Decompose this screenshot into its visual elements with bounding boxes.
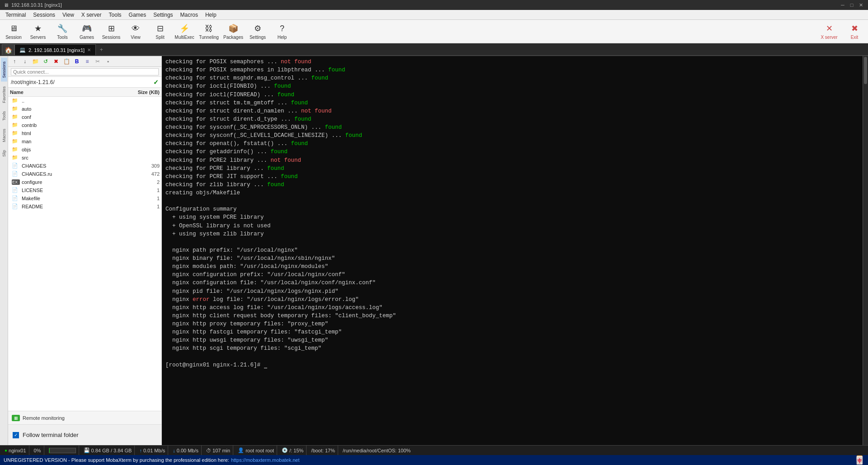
toolbar: 🖥 Session ★ Servers 🔧 Tools 🎮 Games ⊞ Se… [0,20,868,43]
scrollbar-thumb[interactable] [864,57,867,84]
folder-icon: 📁 [12,122,20,128]
menu-terminal[interactable]: Terminal [2,11,29,19]
toolbar-split[interactable]: ⊟ Split [148,21,172,42]
fp-btn-3[interactable]: 📁 [31,57,40,66]
toolbar-sessions[interactable]: ⊞ Sessions [99,21,123,42]
fp-btn-8[interactable]: ≡ [83,57,92,66]
tab-new-button[interactable]: + [96,44,107,55]
list-item[interactable]: 📄 CHANGES 309 [8,162,161,170]
menu-games[interactable]: Games [125,11,150,19]
sidebar-slip[interactable]: Slip [1,146,7,160]
fp-btn-9[interactable]: ✂ [93,57,102,66]
packages-label: Packages [223,35,243,40]
toolbar-packages[interactable]: 📦 Packages [222,21,245,42]
sidebar-tools[interactable]: Tools [1,108,7,124]
file-name: LICENSE [22,188,128,193]
status-disk-label: /: 15% [289,448,303,453]
fp-btn-7[interactable]: B [72,57,81,66]
fp-btn-1[interactable]: ↑ [10,57,19,66]
app-icon: 🖥 [4,2,9,8]
list-item[interactable]: 📁 conf [8,113,161,121]
fp-btn-6[interactable]: 📋 [62,57,71,66]
toolbar-session[interactable]: 🖥 Session [2,21,25,42]
list-item[interactable]: 📁 .. [8,97,161,105]
title-bar-controls: ─ □ ✕ [839,1,864,9]
terminal-output: checking for POSIX semaphores ... not fo… [165,58,859,369]
sidebar-macros[interactable]: Macros [1,125,7,146]
toolbar-settings[interactable]: ⚙ Settings [246,21,269,42]
servers-label: Servers [30,35,46,40]
menu-sessions[interactable]: Sessions [29,11,59,19]
remote-monitoring-icon: ▦ [12,415,20,421]
tab-home[interactable]: 🏠 [2,44,14,55]
fp-btn-4[interactable]: ↺ [41,57,50,66]
list-item[interactable]: 📁 objs [8,146,161,154]
mobatek-link[interactable]: https://mobaxterm.mobatek.net [231,457,300,463]
menu-view[interactable]: View [59,11,78,19]
toolbar-right: ✕ X server ✖ Exit [817,21,866,42]
menu-macros[interactable]: Macros [177,11,202,19]
follow-terminal-checkbox[interactable] [13,432,19,438]
close-button[interactable]: ✕ [857,1,864,9]
toolbar-multiexec[interactable]: ⚡ MultiExec [173,21,196,42]
time-icon: ⏱ [206,448,211,453]
list-item[interactable]: 📁 contrib [8,121,161,129]
tab-active[interactable]: 💻 2. 192.168.10.31 [nginx1] ✕ [14,44,96,55]
file-name: objs [22,147,128,152]
status-upload: ↑ 0.01 Mb/s [137,446,168,455]
list-item[interactable]: 📄 CHANGES.ru 472 [8,170,161,178]
packages-icon: 📦 [228,23,239,34]
status-media: /run/media/root/CentOS: 100% [340,446,413,455]
toolbar-help[interactable]: ? Help [270,21,294,42]
list-item[interactable]: 📁 man [8,137,161,146]
status-host-icon: ● [5,448,7,453]
toolbar-tools[interactable]: 🔧 Tools [51,21,74,42]
terminal-area[interactable]: checking for POSIX semaphores ... not fo… [162,56,863,445]
folder-icon: 📁 [12,130,20,136]
follow-terminal-bar: Follow terminal folder [8,424,161,445]
cpu-bar-fill [49,448,50,453]
menu-settings[interactable]: Settings [150,11,176,19]
menu-tools[interactable]: Tools [105,11,125,19]
list-item[interactable]: 📁 html [8,129,161,137]
sidebar-favorites[interactable]: Favorites [1,83,7,107]
toolbar-exit[interactable]: ✖ Exit [843,21,866,42]
sidebar-icons: Sessions Favorites Tools Macros Slip [0,56,8,445]
minimize-button[interactable]: ─ [839,1,846,9]
file-name: configure [22,179,128,185]
sidebar-sessions[interactable]: Sessions [1,58,7,82]
fp-btn-2[interactable]: ↓ [20,57,29,66]
split-icon: ⊟ [155,23,165,34]
file-name: README [22,204,128,209]
maximize-button[interactable]: □ [848,1,855,9]
exit-label: Exit [851,35,859,40]
fp-btn-10[interactable]: ▪ [104,57,113,66]
list-item[interactable]: EX configure 2 [8,178,161,186]
fp-btn-5[interactable]: ✖ [52,57,61,66]
list-item[interactable]: 📄 README 1 [8,202,161,211]
status-time: ⏱ 107 min [203,446,233,455]
session-label: Session [5,35,22,40]
file-panel: ↑ ↓ 📁 ↺ ✖ 📋 B ≡ ✂ ▪ /root/nginx-1.21.6/ … [8,56,162,445]
quick-connect-input[interactable] [11,68,159,75]
menu-help[interactable]: Help [202,11,220,19]
file-size: 1 [128,204,160,209]
view-icon: 👁 [130,23,141,34]
title-bar-left: 🖥 192.168.10.31 [nginx1] [4,2,62,8]
toolbar-servers[interactable]: ★ Servers [26,21,50,42]
menu-xserver[interactable]: X server [78,11,105,19]
tab-close-button[interactable]: ✕ [87,47,91,52]
file-size: 1 [128,196,160,201]
list-item[interactable]: 📁 auto [8,105,161,113]
terminal-scrollbar[interactable] [863,56,868,445]
list-item[interactable]: 📄 LICENSE 1 [8,186,161,194]
toolbar-view[interactable]: 👁 View [124,21,147,42]
status-hostname: ● nginx01 [2,446,29,455]
toolbar-tunneling[interactable]: ⛓ Tunneling [197,21,221,42]
taskbar-icon-1[interactable]: 🀄 [854,455,864,465]
status-memory-label: 0.84 GB / 3.84 GB [91,448,132,453]
list-item[interactable]: 📁 src [8,154,161,162]
toolbar-xserver[interactable]: ✕ X server [817,21,841,42]
list-item[interactable]: 📄 Makefile 1 [8,194,161,202]
toolbar-games[interactable]: 🎮 Games [75,21,99,42]
